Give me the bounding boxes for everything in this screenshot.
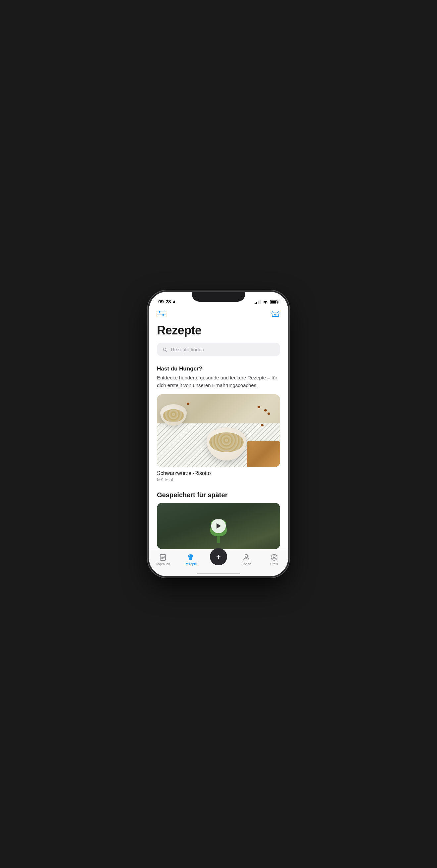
basket-icon[interactable] <box>271 310 280 319</box>
search-container: Rezepte finden <box>149 343 288 363</box>
nav-label-rezepte: Rezepte <box>184 562 197 566</box>
saved-section: Gespeichert für später <box>149 485 288 550</box>
svg-rect-14 <box>190 557 192 560</box>
saved-title: Gespeichert für später <box>157 491 280 499</box>
nav-item-tagebuch[interactable]: Tagebuch <box>149 553 177 566</box>
play-button[interactable] <box>211 519 226 533</box>
search-icon <box>162 347 168 352</box>
nav-label-tagebuch: Tagebuch <box>155 562 170 566</box>
recipe-name: Schwarzwurzel-Risotto <box>157 470 280 476</box>
featured-recipe-card[interactable]: Schwarzwurzel-Risotto 501 kcal <box>157 394 280 482</box>
recipe-image <box>157 394 280 467</box>
intro-section: Hast du Hunger? Entdecke hunderte gesund… <box>149 363 288 394</box>
intro-title: Hast du Hunger? <box>157 366 280 372</box>
nav-label-coach: Coach <box>242 562 251 566</box>
svg-point-16 <box>273 556 275 558</box>
signal-icon <box>255 300 261 304</box>
nav-item-rezepte[interactable]: Rezepte <box>177 553 205 566</box>
intro-description: Entdecke hunderte gesunde und leckere Re… <box>157 374 280 389</box>
search-bar[interactable]: Rezepte finden <box>157 343 280 356</box>
home-indicator <box>197 573 240 574</box>
app-header <box>149 306 288 322</box>
saved-card[interactable] <box>157 503 280 549</box>
page-title: Rezepte <box>149 322 288 343</box>
bottom-navigation: Tagebuch Rezepte + <box>149 550 288 576</box>
nav-item-coach[interactable]: Coach <box>232 553 260 566</box>
status-icons <box>255 300 279 304</box>
status-time: 09:28 <box>158 299 176 304</box>
svg-rect-2 <box>271 301 276 303</box>
search-placeholder: Rezepte finden <box>171 347 204 352</box>
nav-item-profil[interactable]: Profil <box>260 553 288 566</box>
recipes-icon <box>186 553 195 561</box>
diary-icon <box>159 553 167 561</box>
wifi-icon <box>263 300 268 304</box>
nav-add-center: + <box>205 553 232 565</box>
svg-rect-1 <box>278 301 279 303</box>
battery-icon <box>270 300 279 304</box>
profile-icon <box>270 553 278 561</box>
nav-label-profil: Profil <box>270 562 278 566</box>
filter-icon[interactable] <box>157 310 166 319</box>
svg-point-13 <box>189 555 191 556</box>
nav-add-button[interactable]: + <box>210 548 227 565</box>
recipe-kcal: 501 kcal <box>157 477 280 482</box>
location-arrow-icon <box>172 300 176 304</box>
coach-icon <box>242 553 250 561</box>
app-content[interactable]: Rezepte Rezepte finden Hast du Hunger? E… <box>149 306 288 550</box>
